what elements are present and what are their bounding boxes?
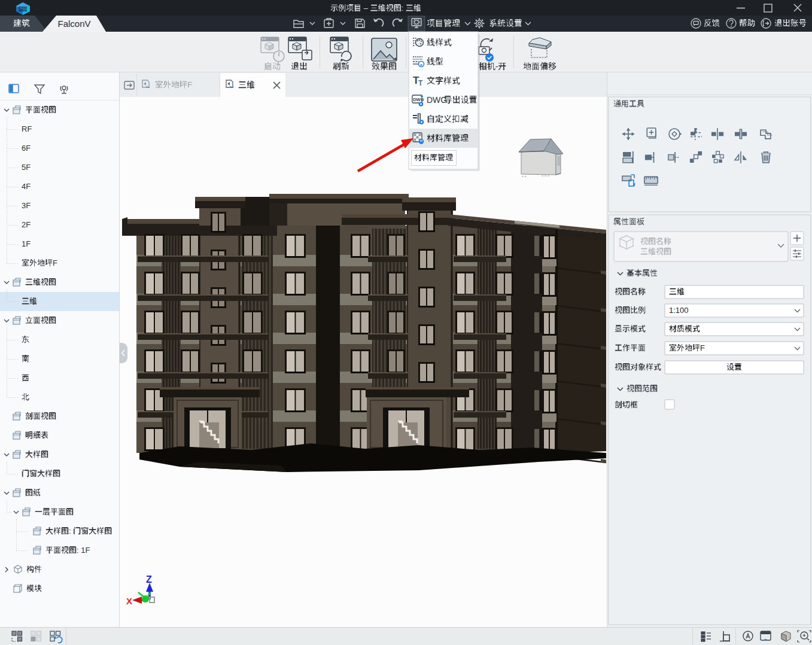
svg-text:2F: 2F — [22, 220, 31, 229]
svg-text:DWG: DWG — [427, 95, 447, 105]
svg-text:5F: 5F — [22, 163, 31, 172]
svg-text:RF: RF — [22, 124, 32, 133]
svg-text:4F: 4F — [22, 182, 31, 191]
svg-text:F: F — [700, 343, 705, 352]
svg-text:6F: 6F — [22, 144, 31, 153]
svg-text:X: X — [126, 596, 132, 606]
svg-text:T: T — [418, 79, 423, 87]
svg-text:Z: Z — [146, 574, 152, 585]
svg-text:: 1F: : 1F — [77, 546, 90, 555]
svg-text:DWG: DWG — [413, 97, 424, 102]
svg-text:–: – — [361, 4, 370, 13]
svg-text:1:100: 1:100 — [669, 306, 689, 315]
svg-text:3F: 3F — [22, 201, 31, 210]
svg-text:1F: 1F — [22, 239, 31, 248]
svg-text:F: F — [53, 258, 57, 267]
svg-text:F: F — [187, 80, 192, 89]
svg-text:-: - — [495, 62, 498, 71]
svg-text::: : — [402, 4, 406, 13]
svg-text::: : — [69, 527, 73, 536]
svg-text:FalconV: FalconV — [57, 19, 90, 29]
